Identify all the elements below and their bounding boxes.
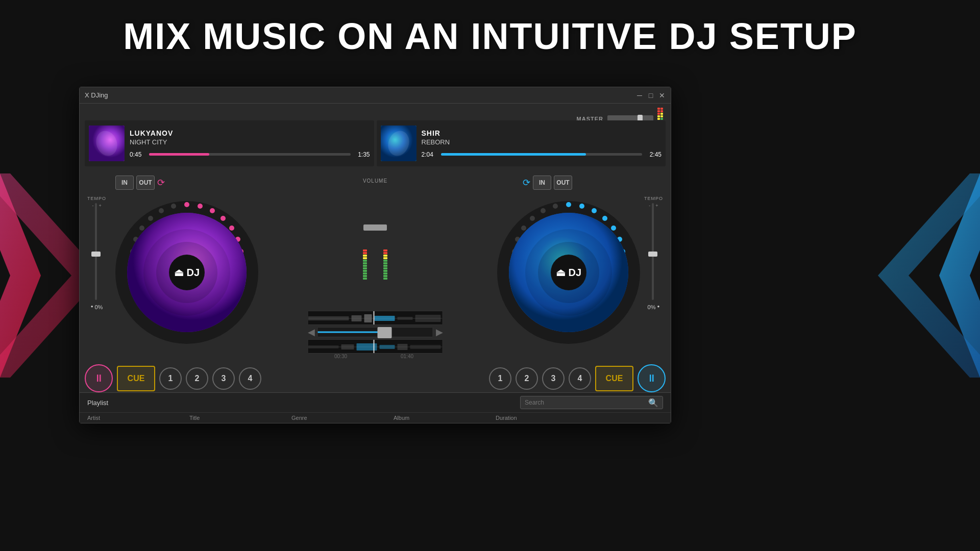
col-duration: Duration xyxy=(496,415,572,421)
tempo-section-left: TEMPO - + ● 0% xyxy=(87,196,106,310)
minimize-button[interactable]: ─ xyxy=(636,92,643,99)
play-controls-row: ⏸ CUE 1 2 3 4 1 2 3 4 CUE ⏸ xyxy=(85,364,666,392)
hotcue-3-left[interactable]: 3 xyxy=(212,367,235,390)
svg-point-33 xyxy=(159,208,164,213)
track-time-current-right: 2:04 xyxy=(422,151,437,158)
pause-button-right[interactable]: ⏸ xyxy=(638,364,666,392)
track-artist-left: LUKYANOV xyxy=(130,129,370,137)
fader-channel-left xyxy=(363,188,373,280)
svg-point-34 xyxy=(171,204,176,209)
search-box[interactable]: 🔍 xyxy=(520,396,663,409)
crossfader-left-arrow[interactable]: ◀ xyxy=(308,327,315,338)
track-art-right xyxy=(381,126,416,161)
svg-rect-54 xyxy=(410,345,441,349)
search-icon: 🔍 xyxy=(648,398,658,408)
in-button-right[interactable]: IN xyxy=(533,176,551,190)
out-button-left[interactable]: OUT xyxy=(136,176,155,190)
tempo-thumb-right xyxy=(648,252,657,257)
volume-faders xyxy=(363,188,387,280)
maximize-button[interactable]: □ xyxy=(647,92,654,99)
fader-track-left[interactable] xyxy=(368,188,373,280)
vu-left xyxy=(363,188,373,280)
svg-point-79 xyxy=(521,226,526,231)
tempo-section-right: TEMPO - + 0% ● xyxy=(644,196,663,310)
track-progress-bar-right[interactable] xyxy=(441,153,643,156)
track-art-left xyxy=(89,126,125,161)
tempo-label-right: TEMPO xyxy=(644,196,663,201)
track-time-current-left: 0:45 xyxy=(130,151,145,158)
turntable-container-right[interactable]: ⏏ DJ xyxy=(495,198,643,346)
cue-button-right[interactable]: CUE xyxy=(595,366,633,391)
fader-thumb-right xyxy=(374,224,387,231)
tempo-value-right: 0% xyxy=(648,304,656,310)
svg-point-82 xyxy=(553,204,558,209)
in-out-row-left: IN OUT ⟳ xyxy=(115,176,228,190)
svg-rect-46 xyxy=(374,311,375,325)
search-input[interactable] xyxy=(525,399,646,406)
hotcue-4-right[interactable]: 4 xyxy=(569,367,591,390)
pause-button-left[interactable]: ⏸ xyxy=(85,364,113,392)
volume-label: VOLUME xyxy=(363,178,387,184)
svg-point-11 xyxy=(210,208,215,213)
svg-point-9 xyxy=(184,202,189,207)
tempo-minus-right: - xyxy=(649,203,650,208)
track-panel-left: LUKYANOV NIGHT CITY 0:45 1:35 xyxy=(85,120,374,166)
svg-rect-55 xyxy=(374,340,375,354)
dj-logo-right: ⏏ DJ xyxy=(556,266,581,279)
track-title-left: NIGHT CITY xyxy=(130,138,370,146)
in-button-left[interactable]: IN xyxy=(115,176,134,190)
out-button-right[interactable]: OUT xyxy=(554,176,572,190)
window-controls: ─ □ ✕ xyxy=(636,92,666,99)
app-title: X DJing xyxy=(85,91,108,99)
svg-rect-43 xyxy=(375,316,395,321)
playlist-header: Playlist 🔍 xyxy=(80,393,671,413)
cue-button-left[interactable]: CUE xyxy=(117,366,155,391)
in-out-row-right: ⟳ IN OUT xyxy=(523,176,632,190)
bg-right-decoration xyxy=(857,97,980,454)
track-panel-right: SHIR REBORN 2:04 2:45 xyxy=(377,120,666,166)
svg-point-57 xyxy=(566,202,571,207)
hotcue-3-right[interactable]: 3 xyxy=(542,367,565,390)
loop-icon-right[interactable]: ⟳ xyxy=(523,177,530,188)
waveform-bottom xyxy=(308,339,443,354)
loop-icon-left[interactable]: ⟳ xyxy=(157,177,165,188)
left-play-controls: ⏸ CUE 1 2 3 4 xyxy=(85,364,261,392)
crossfader-track[interactable] xyxy=(317,327,433,337)
tempo-slider-left[interactable] xyxy=(95,203,97,300)
title-bar: X DJing ─ □ ✕ xyxy=(80,87,671,104)
svg-rect-49 xyxy=(308,345,339,348)
hotcue-1-right[interactable]: 1 xyxy=(489,367,511,390)
svg-point-58 xyxy=(579,204,584,209)
svg-point-12 xyxy=(220,216,226,221)
hotcue-1-left[interactable]: 1 xyxy=(159,367,182,390)
svg-point-80 xyxy=(530,216,535,221)
svg-rect-53 xyxy=(398,344,408,350)
col-album: Album xyxy=(394,415,496,421)
hotcue-2-right[interactable]: 2 xyxy=(516,367,538,390)
dj-logo-left: ⏏ DJ xyxy=(174,266,200,279)
crossfader-timestamps: 00:30 01:40 xyxy=(308,354,440,359)
fader-track-right[interactable] xyxy=(378,188,383,280)
track-progress-row-left: 0:45 1:35 xyxy=(130,151,370,158)
col-genre: Genre xyxy=(291,415,394,421)
track-progress-bar-left[interactable] xyxy=(149,153,351,156)
close-button[interactable]: ✕ xyxy=(658,92,666,99)
track-progress-row-right: 2:04 2:45 xyxy=(422,151,662,158)
svg-point-61 xyxy=(611,226,616,231)
crossfader-thumb xyxy=(378,327,392,338)
svg-rect-52 xyxy=(380,345,395,349)
svg-point-59 xyxy=(592,208,597,213)
tempo-dot-right: ● xyxy=(657,304,660,309)
track-time-total-right: 2:45 xyxy=(646,151,662,158)
fader-channel-right xyxy=(378,188,387,280)
hotcue-4-left[interactable]: 4 xyxy=(239,367,261,390)
tempo-slider-right[interactable] xyxy=(652,203,654,300)
col-artist: Artist xyxy=(87,415,189,421)
track-progress-fill-left xyxy=(149,153,209,156)
hotcue-2-left[interactable]: 2 xyxy=(186,367,208,390)
track-title-right: REBORN xyxy=(422,138,662,146)
svg-point-31 xyxy=(139,226,144,231)
vu-right xyxy=(378,188,387,280)
crossfader-right-arrow[interactable]: ▶ xyxy=(436,327,443,338)
tempo-dot-left: ● xyxy=(91,304,93,309)
